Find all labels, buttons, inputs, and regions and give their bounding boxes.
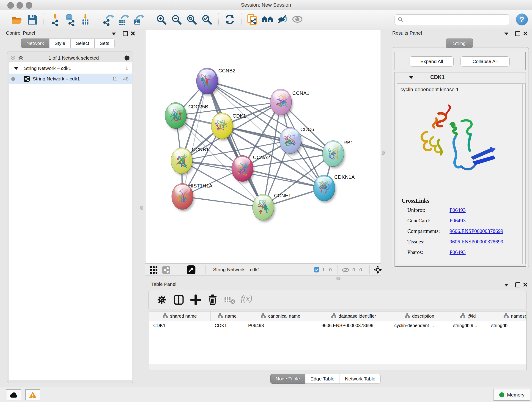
show-columns-icon[interactable] bbox=[173, 294, 184, 305]
right-splitter-handle[interactable] bbox=[382, 151, 385, 155]
zoom-fit-icon[interactable] bbox=[184, 12, 199, 27]
tab-string[interactable]: String bbox=[446, 38, 473, 48]
edge-HIST1H1A-CCNE1[interactable] bbox=[182, 196, 263, 207]
delete-column-trash-icon[interactable] bbox=[207, 294, 218, 306]
import-database-icon[interactable] bbox=[63, 12, 78, 27]
home-network-icon[interactable] bbox=[260, 12, 275, 27]
table-cell[interactable]: stringdb:9... bbox=[449, 321, 487, 330]
node-CDKN1A[interactable] bbox=[313, 175, 336, 203]
node-CCNE1[interactable] bbox=[253, 194, 275, 222]
network-list-icon[interactable] bbox=[162, 266, 171, 274]
tab-edge-table[interactable]: Edge Table bbox=[305, 374, 340, 384]
network-canvas[interactable]: CCNB2CCNA1CDC25BCDK1CDC6RB1CCNB1CCNA2CDK… bbox=[145, 30, 381, 264]
results-scrollbar[interactable] bbox=[522, 83, 526, 264]
table-cell[interactable]: CDK1 bbox=[210, 321, 244, 330]
table-settings-gear-icon[interactable] bbox=[157, 295, 167, 305]
fit-content-icon[interactable] bbox=[374, 265, 382, 274]
table-horizontal-scrollbar[interactable] bbox=[149, 364, 526, 370]
function-builder-icon[interactable]: f(x) bbox=[241, 294, 252, 303]
hide-unselected-icon[interactable] bbox=[275, 12, 291, 27]
results-panel-close-icon[interactable] bbox=[523, 31, 528, 37]
open-folder-icon[interactable] bbox=[10, 12, 25, 27]
column-header-description[interactable]: description bbox=[390, 312, 449, 321]
refresh-icon[interactable] bbox=[222, 12, 237, 27]
table-panel-float-icon[interactable] bbox=[515, 282, 520, 288]
table-panel-menu-icon[interactable] bbox=[504, 283, 508, 287]
table-cell[interactable]: 9606.ENSP00000378699 bbox=[317, 321, 390, 330]
gene-section-header[interactable]: CDK1 bbox=[395, 72, 525, 82]
share-document-icon[interactable] bbox=[245, 12, 260, 27]
expand-all-icon[interactable] bbox=[17, 55, 24, 61]
column-header-namespace[interactable]: namespace bbox=[487, 312, 526, 321]
column-header-database-identifier[interactable]: database identifier bbox=[317, 312, 390, 321]
expand-all-button[interactable]: Expand All bbox=[410, 56, 454, 66]
edge-CCNB2-HIST1H1A[interactable] bbox=[182, 81, 207, 196]
help-button[interactable]: ? bbox=[516, 13, 528, 26]
zoom-in-icon[interactable] bbox=[154, 12, 169, 27]
node-RB1[interactable] bbox=[322, 140, 345, 168]
gear-icon[interactable] bbox=[123, 55, 130, 61]
results-panel-menu-icon[interactable] bbox=[504, 32, 508, 36]
collection-expander-icon[interactable] bbox=[14, 67, 19, 70]
left-splitter-handle[interactable] bbox=[140, 206, 143, 210]
table-panel-close-icon[interactable] bbox=[523, 282, 528, 288]
table-cell[interactable]: CDK1 bbox=[149, 321, 210, 330]
collapse-all-icon[interactable] bbox=[10, 55, 16, 61]
crosslink-link[interactable]: 9606.ENSP00000378699 bbox=[450, 239, 503, 245]
zoom-selected-icon[interactable] bbox=[199, 12, 215, 27]
export-image-icon[interactable] bbox=[131, 12, 146, 27]
control-panel-float-icon[interactable] bbox=[123, 31, 128, 37]
crosslink-link[interactable]: P06493 bbox=[450, 218, 466, 224]
tab-sets[interactable]: Sets bbox=[94, 38, 114, 48]
node-CCNA2[interactable] bbox=[232, 155, 254, 183]
results-panel-float-icon[interactable] bbox=[515, 31, 520, 37]
network-graph[interactable]: CCNB2CCNA1CDC25BCDK1CDC6RB1CCNB1CCNA2CDK… bbox=[146, 30, 380, 263]
table-cell[interactable]: cyclin-dependent ... bbox=[390, 321, 449, 330]
import-table-icon[interactable] bbox=[78, 12, 93, 27]
selected-checkbox-icon[interactable] bbox=[314, 267, 319, 273]
node-CCNA1[interactable] bbox=[270, 89, 293, 117]
hidden-eye-icon[interactable] bbox=[341, 267, 350, 273]
column-header-name[interactable]: name bbox=[210, 312, 244, 321]
control-panel-close-icon[interactable] bbox=[131, 31, 135, 37]
crosslink-link[interactable]: P06493 bbox=[450, 207, 466, 213]
network-row-selected[interactable]: String Network – cdk1 11 48 bbox=[9, 74, 132, 84]
collapse-all-button[interactable]: Collapse All bbox=[461, 56, 510, 66]
show-all-icon[interactable] bbox=[291, 12, 306, 27]
table-cell[interactable]: P06493 bbox=[244, 321, 317, 330]
gene-expander-icon[interactable] bbox=[409, 76, 414, 79]
export-network-icon[interactable] bbox=[101, 12, 116, 27]
tab-style[interactable]: Style bbox=[49, 38, 70, 48]
tab-network[interactable]: Network bbox=[21, 38, 49, 48]
zoom-out-icon[interactable] bbox=[169, 12, 184, 27]
column-header-canonical-name[interactable]: canonical name bbox=[244, 312, 317, 321]
node-CCNB2[interactable] bbox=[196, 68, 219, 96]
warning-status-button[interactable] bbox=[25, 389, 40, 400]
grid-view-icon[interactable] bbox=[150, 266, 158, 274]
column-header-shared-name[interactable]: shared name bbox=[149, 312, 210, 321]
node-CDK1[interactable] bbox=[211, 113, 234, 141]
crosslink-link[interactable]: P06493 bbox=[450, 249, 466, 255]
add-column-icon[interactable] bbox=[190, 294, 201, 305]
table-cell[interactable]: stringdb bbox=[487, 321, 526, 330]
node-CDC6[interactable] bbox=[279, 128, 302, 155]
table-row[interactable]: CDK1CDK1P064939606.ENSP00000378699cyclin… bbox=[149, 321, 526, 330]
node-CCNB1[interactable] bbox=[171, 148, 194, 176]
network-collection-row[interactable]: String Network – cdk1 1 bbox=[9, 63, 132, 74]
delete-table-icon[interactable] bbox=[224, 296, 235, 304]
edge-CCNB2-CCNE1[interactable] bbox=[207, 81, 263, 207]
tab-select[interactable]: Select bbox=[70, 38, 94, 48]
export-table-icon[interactable] bbox=[116, 12, 131, 27]
import-network-icon[interactable] bbox=[48, 12, 63, 27]
memory-button[interactable]: Memory bbox=[494, 389, 530, 401]
birdseye-view-icon[interactable] bbox=[186, 265, 196, 274]
bottom-splitter-handle[interactable] bbox=[336, 277, 341, 280]
crosslink-link[interactable]: 9606.ENSP00000378699 bbox=[450, 228, 503, 234]
cloud-status-button[interactable] bbox=[6, 389, 21, 400]
save-floppy-icon[interactable] bbox=[25, 12, 40, 27]
tab-network-table[interactable]: Network Table bbox=[340, 374, 381, 384]
edge-CDK1-RB1[interactable] bbox=[222, 126, 333, 153]
node-table[interactable]: shared namenamecanonical namedatabase id… bbox=[149, 311, 526, 370]
column-header--id[interactable]: @id bbox=[449, 312, 487, 321]
control-panel-menu-icon[interactable] bbox=[112, 32, 116, 36]
